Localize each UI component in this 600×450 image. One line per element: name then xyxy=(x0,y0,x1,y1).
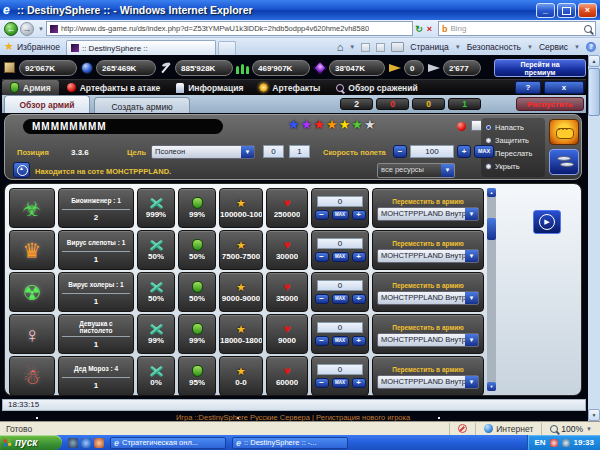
premium-button[interactable]: Перейти на премиум xyxy=(494,59,586,77)
amount-input[interactable]: 0 xyxy=(317,280,363,291)
page-scroll-up[interactable]: ▲ xyxy=(588,55,600,67)
location-text: Находится на соте МОНСТРРРLAND. xyxy=(35,167,171,176)
amount-plus-button[interactable]: + xyxy=(352,210,366,220)
page-scroll-thumb[interactable] xyxy=(588,68,600,116)
favorites-star-icon[interactable]: ★ xyxy=(4,40,14,53)
amount-minus-button[interactable]: − xyxy=(315,336,329,346)
amount-plus-button[interactable]: + xyxy=(352,378,366,388)
radio-forward[interactable]: Переслать xyxy=(485,147,545,160)
taskbar-task-1[interactable]: e Стратегическая онл... xyxy=(110,437,226,449)
favorites-label[interactable]: Избранное xyxy=(17,42,60,52)
home-icon[interactable]: ⌂ xyxy=(337,41,344,53)
disband-button[interactable]: Распустить xyxy=(516,97,584,111)
speed-max-button[interactable]: MAX xyxy=(474,145,494,158)
transfer-dropdown[interactable]: МОНСТРРРLAND Внутре▼ xyxy=(377,291,479,305)
amount-plus-button[interactable]: + xyxy=(352,294,366,304)
march-button[interactable] xyxy=(549,119,579,145)
game-close-button[interactable]: x xyxy=(544,81,584,94)
back-button[interactable]: ← xyxy=(4,22,18,36)
amount-max-button[interactable]: MAX xyxy=(332,252,349,262)
radio-attack[interactable]: Напасть xyxy=(485,121,545,134)
transfer-dropdown[interactable]: МОНСТРРРLAND Внутре▼ xyxy=(377,375,479,389)
send-army-button[interactable]: ▶ xyxy=(533,210,561,234)
url-field[interactable]: http://www.ds-game.ru/ds/index.php?d=Z53… xyxy=(46,21,413,36)
home-dropdown-icon[interactable]: ▼ xyxy=(349,44,355,50)
browser-tab[interactable]: :: DestinySphere :: xyxy=(66,40,216,55)
nav-artifacts[interactable]: Артефакты xyxy=(251,80,328,96)
minimize-button[interactable]: _ xyxy=(536,3,555,18)
transfer-dropdown[interactable]: МОНСТРРРLAND Внутре▼ xyxy=(377,249,479,263)
speed-minus-button[interactable]: − xyxy=(393,145,407,158)
forward-button[interactable]: → xyxy=(20,22,34,36)
nav-battles-label: Обзор сражений xyxy=(348,83,417,93)
zoom-segment[interactable]: 100% ▼ xyxy=(541,423,600,435)
nav-battles[interactable]: Обзор сражений xyxy=(328,80,425,96)
help-icon[interactable]: ? xyxy=(586,42,596,52)
amount-minus-button[interactable]: − xyxy=(315,294,329,304)
menu-safety[interactable]: Безопасность xyxy=(467,42,521,52)
scroll-down-button[interactable]: ▼ xyxy=(487,382,496,391)
quick-launch-icon[interactable] xyxy=(68,438,78,448)
maximize-button[interactable] xyxy=(557,3,576,18)
menu-tools[interactable]: Сервис xyxy=(539,42,568,52)
nav-artifacts-attack[interactable]: Артефакты в атаке xyxy=(59,80,169,96)
scroll-up-button[interactable]: ▲ xyxy=(487,188,496,197)
amount-max-button[interactable]: MAX xyxy=(332,378,349,388)
quick-launch-icon[interactable] xyxy=(94,438,104,448)
param-box-1[interactable]: 0 xyxy=(263,145,284,158)
print-icon[interactable] xyxy=(391,42,404,52)
quick-launch-ie-icon[interactable] xyxy=(81,438,91,448)
amount-minus-button[interactable]: − xyxy=(315,210,329,220)
feeds-icon[interactable] xyxy=(361,43,370,52)
amount-input[interactable]: 0 xyxy=(317,364,363,375)
language-indicator[interactable]: EN xyxy=(534,438,545,447)
tray-icon[interactable] xyxy=(550,439,558,447)
game-help-button[interactable]: ? xyxy=(515,81,541,94)
scroll-thumb[interactable] xyxy=(487,218,496,240)
tab-create-army[interactable]: Создать армию xyxy=(94,97,190,113)
game-footer-links[interactable]: Игра ::DestinySphere Русские Сервера | Р… xyxy=(0,413,586,421)
tab-army-overview[interactable]: Обзор армий xyxy=(4,95,90,113)
taskbar-task-2[interactable]: e :: DestinySphere :: -... xyxy=(232,437,348,449)
radio-hide[interactable]: Укрыть xyxy=(485,160,545,173)
speed-plus-button[interactable]: + xyxy=(457,145,471,158)
search-icon[interactable] xyxy=(584,25,592,33)
radio-defend[interactable]: Защитить xyxy=(485,134,545,147)
search-box[interactable]: b Bing xyxy=(438,21,596,36)
tray-icon[interactable] xyxy=(562,439,570,447)
amount-input[interactable]: 0 xyxy=(317,196,363,207)
menu-page[interactable]: Страница xyxy=(410,42,449,52)
history-dropdown-icon[interactable]: ▼ xyxy=(38,26,44,32)
param-box-2[interactable]: 1 xyxy=(289,145,310,158)
resources-button[interactable] xyxy=(549,149,579,175)
amount-max-button[interactable]: MAX xyxy=(332,336,349,346)
transfer-dropdown[interactable]: МОНСТРРРLAND Внутре▼ xyxy=(377,333,479,347)
amount-input[interactable]: 0 xyxy=(317,238,363,249)
nav-army[interactable]: Армия xyxy=(2,80,59,96)
transfer-dropdown[interactable]: МОНСТРРРLAND Внутре▼ xyxy=(377,207,479,221)
nav-info[interactable]: Информация xyxy=(168,80,251,96)
zoom-caret-icon[interactable]: ▼ xyxy=(586,426,592,432)
unit-damage-value: 100000-100 xyxy=(220,210,262,219)
new-tab-button[interactable] xyxy=(218,41,236,55)
page-scroll-down[interactable]: ▼ xyxy=(588,409,600,421)
target-dropdown[interactable]: Псолеон ▼ xyxy=(151,145,255,159)
amount-max-button[interactable]: MAX xyxy=(332,210,349,220)
close-button[interactable]: × xyxy=(578,3,597,18)
amount-max-button[interactable]: MAX xyxy=(332,294,349,304)
amount-plus-button[interactable]: + xyxy=(352,336,366,346)
page-scrollbar[interactable]: ▲ ▼ xyxy=(588,55,600,421)
target-value: Псолеон xyxy=(152,146,241,158)
amount-minus-button[interactable]: − xyxy=(315,378,329,388)
start-button[interactable]: пуск xyxy=(0,435,62,450)
stop-button[interactable]: × xyxy=(427,24,432,34)
mail-icon[interactable] xyxy=(376,43,385,52)
amount-minus-button[interactable]: − xyxy=(315,252,329,262)
amount-plus-button[interactable]: + xyxy=(352,252,366,262)
recall-button[interactable] xyxy=(13,162,30,178)
resources-filter-dropdown[interactable]: все ресурсы ▼ xyxy=(377,163,455,178)
refresh-button[interactable]: ↻ xyxy=(415,24,423,34)
amount-input[interactable]: 0 xyxy=(317,322,363,333)
unit-list-scrollbar[interactable]: ▲ ▼ xyxy=(487,188,496,391)
speed-field[interactable]: 100 xyxy=(410,145,454,158)
